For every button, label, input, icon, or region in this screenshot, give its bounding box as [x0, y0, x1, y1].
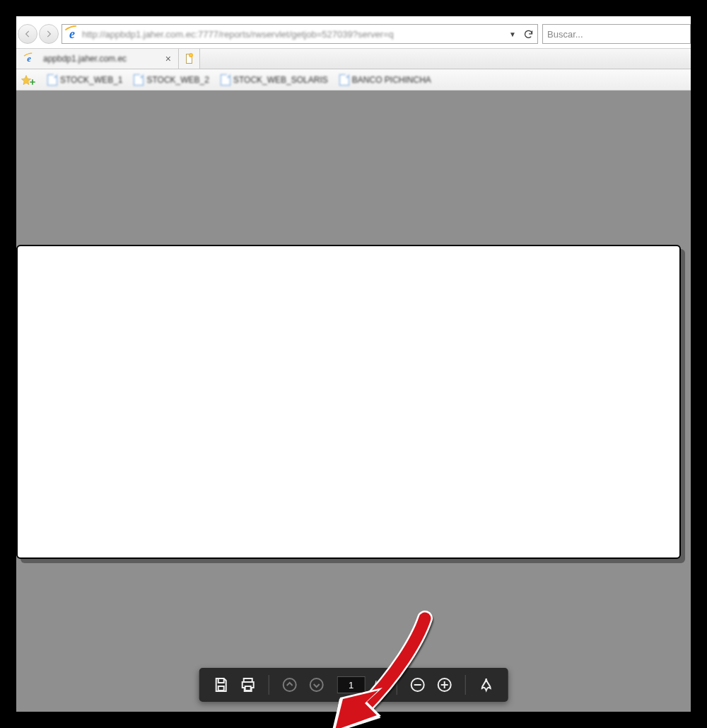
favorite-item-1[interactable]: STOCK_WEB_2: [134, 74, 209, 86]
favorite-label: STOCK_WEB_SOLARIS: [233, 75, 328, 85]
address-bar[interactable]: e http://appbdp1.jaher.com.ec:7777/repor…: [62, 24, 538, 44]
page-down-button[interactable]: [308, 676, 326, 694]
ie-favicon-icon: e: [62, 25, 82, 43]
favorite-label: STOCK_WEB_2: [146, 75, 209, 85]
favorite-item-2[interactable]: STOCK_WEB_SOLARIS: [221, 74, 328, 86]
page-icon: [339, 74, 349, 86]
page-up-button[interactable]: [281, 676, 299, 694]
favorite-label: STOCK_WEB_1: [60, 75, 122, 85]
svg-point-4: [310, 678, 323, 691]
favorite-item-0[interactable]: STOCK_WEB_1: [47, 74, 122, 86]
tab-label: appbdp1.jaher.com.ec: [43, 54, 127, 64]
refresh-button[interactable]: [519, 25, 537, 43]
pdf-page: [16, 245, 681, 559]
zoom-out-button[interactable]: [408, 676, 426, 694]
acrobat-icon[interactable]: [477, 676, 495, 694]
new-tab-icon: [186, 54, 192, 64]
tab-favicon-icon: e: [22, 52, 36, 65]
page-icon: [134, 74, 144, 86]
page-icon: [47, 74, 57, 86]
search-input[interactable]: Buscar...: [542, 24, 691, 44]
new-tab-button[interactable]: [179, 49, 200, 69]
toolbar-separator: [269, 675, 269, 695]
zoom-in-button[interactable]: [435, 676, 453, 694]
toolbar-separator: [396, 675, 397, 695]
favorites-bar: STOCK_WEB_1 STOCK_WEB_2 STOCK_WEB_SOLARI…: [16, 69, 691, 91]
svg-point-3: [284, 678, 296, 691]
page-number-input[interactable]: 1: [337, 676, 366, 693]
favorite-label: BANCO PICHINCHA: [352, 75, 431, 85]
tab-active[interactable]: e appbdp1.jaher.com.ec ×: [16, 49, 179, 69]
favorite-item-3[interactable]: BANCO PICHINCHA: [339, 74, 431, 86]
nav-bar: e http://appbdp1.jaher.com.ec:7777/repor…: [16, 23, 691, 45]
add-favorite-button[interactable]: [21, 74, 36, 86]
tab-strip: e appbdp1.jaher.com.ec ×: [16, 48, 691, 69]
address-dropdown-icon[interactable]: ▼: [506, 30, 519, 38]
pdf-toolbar: 1 / 1: [199, 668, 508, 702]
forward-button[interactable]: [39, 24, 59, 44]
tab-close-button[interactable]: ×: [165, 53, 171, 64]
print-button[interactable]: [239, 676, 257, 694]
pdf-viewer: 1 / 1: [16, 91, 691, 712]
page-icon: [221, 74, 230, 86]
search-placeholder: Buscar...: [547, 29, 583, 40]
toolbar-separator: [464, 675, 465, 695]
page-total: / 1: [374, 679, 385, 691]
svg-rect-2: [245, 686, 251, 691]
screenshot-frame: e http://appbdp1.jaher.com.ec:7777/repor…: [0, 0, 707, 728]
back-button[interactable]: [18, 24, 37, 44]
svg-rect-0: [218, 686, 224, 691]
url-text: http://appbdp1.jaher.com.ec:7777/reports…: [82, 29, 506, 40]
save-button[interactable]: [212, 676, 230, 694]
browser-window: e http://appbdp1.jaher.com.ec:7777/repor…: [16, 16, 691, 712]
